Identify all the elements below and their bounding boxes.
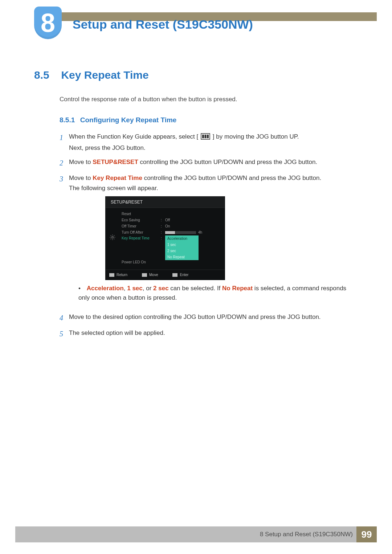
osd-dropdown-option: 2 sec (165, 248, 199, 254)
osd-footer-move: Move (142, 272, 158, 278)
osd-label: Off Timer (122, 223, 161, 229)
bullet-note: • Acceleration, 1 sec, or 2 sec can be s… (78, 284, 359, 302)
osd-row-powerled: Power LED On (122, 259, 222, 265)
step-1: 1 When the Function Key Guide appears, s… (60, 132, 359, 152)
gear-icon (109, 234, 116, 242)
step-number: 5 (60, 328, 69, 339)
bullet-bold-4: No Repeat (222, 285, 253, 292)
chapter-title: Setup and Reset (S19C350NW) (73, 17, 253, 32)
move-glyph-icon (142, 273, 147, 277)
step-3-text-c: The following screen will appear. (69, 184, 359, 193)
section-intro: Control the response rate of a button wh… (60, 96, 359, 103)
footer-page-number: 99 (356, 526, 377, 542)
bullet-sep: , or (143, 285, 153, 292)
return-glyph-icon (109, 273, 114, 277)
osd-label: Power LED On (122, 259, 161, 265)
bullet-bold-1: Acceleration (87, 285, 124, 292)
bullet-dot-icon: • (78, 284, 85, 293)
step-4-text: Move to the desired option controlling t… (69, 312, 359, 323)
section-heading: 8.5 Key Repeat Time (34, 69, 359, 81)
bullet-bold-3: 2 sec (153, 285, 169, 292)
osd-footer-return: Return (109, 272, 127, 278)
osd-label: Turn Off After (122, 230, 161, 235)
osd-row-turnoff: Turn Off After : 4h (122, 229, 222, 235)
step-2-bold: SETUP&RESET (93, 159, 138, 165)
step-3-bold: Key Repeat Time (93, 175, 142, 181)
bracket-close: ] (213, 133, 216, 140)
footer-text: 8 Setup and Reset (S19C350NW) (260, 531, 353, 538)
step-number: 2 (60, 157, 69, 168)
svg-line-11 (111, 239, 111, 239)
osd-value: Off (165, 217, 170, 223)
osd-footer-label: Return (117, 272, 127, 278)
osd-footer-label: Move (149, 272, 158, 278)
svg-rect-2 (205, 135, 207, 138)
bullet-bold-2: 1 sec (127, 285, 143, 292)
menu-grid-icon (201, 133, 210, 143)
bullet-text-b: can be selected. If (169, 285, 222, 292)
step-2: 2 Move to SETUP&RESET controlling the JO… (60, 157, 359, 168)
svg-rect-3 (207, 135, 209, 138)
osd-footer: Return Move Enter (106, 270, 225, 280)
enter-glyph-icon (172, 273, 177, 277)
steps-list: 1 When the Function Key Guide appears, s… (60, 132, 359, 339)
osd-label-active: Key Repeat Time (122, 235, 161, 241)
osd-label: Eco Saving (122, 217, 161, 223)
osd-dropdown: Acceleration 1 sec 2 sec No Repeat (165, 235, 199, 260)
subsection-number: 8.5.1 (60, 116, 75, 124)
page-content: 8.5 Key Repeat Time Control the response… (34, 69, 359, 344)
osd-left-icon-col (106, 211, 119, 265)
step-1-text-b: by moving the JOG button UP. (216, 133, 299, 140)
osd-panel: SETUP&RESET Reset (105, 196, 225, 280)
chapter-number: 8 (41, 10, 55, 36)
step-1-text-c: Next, press the JOG button. (69, 143, 359, 153)
osd-footer-label: Enter (180, 272, 188, 278)
step-3: 3 Move to Key Repeat Time controlling th… (60, 173, 359, 307)
osd-list: Reset Eco Saving : Off Off Timer : (119, 211, 225, 265)
osd-footer-enter: Enter (172, 272, 188, 278)
svg-line-10 (114, 239, 115, 239)
bracket-open: [ (197, 133, 199, 140)
osd-label: Reset (122, 211, 161, 217)
osd-dropdown-option: 1 sec (165, 242, 199, 248)
svg-rect-1 (202, 135, 204, 138)
step-number: 1 (60, 132, 69, 152)
osd-colon: : (161, 217, 165, 223)
step-5: 5 The selected option will be applied. (60, 328, 359, 339)
osd-row-reset: Reset (122, 211, 222, 217)
svg-line-9 (111, 235, 111, 236)
step-3-text-b: controlling the JOG button UP/DOWN and p… (142, 175, 321, 181)
svg-line-12 (114, 235, 115, 236)
osd-screenshot: SETUP&RESET Reset (105, 196, 359, 280)
bullet-sep: , (124, 285, 127, 292)
subsection-heading: 8.5.1 Configuring Key Repeat Time (60, 116, 359, 124)
osd-slider (165, 231, 196, 234)
section-number: 8.5 (34, 69, 60, 81)
section-title: Key Repeat Time (61, 69, 148, 81)
osd-slider-value: 4h (198, 230, 202, 235)
step-number: 4 (60, 312, 69, 323)
osd-body: Reset Eco Saving : Off Off Timer : (106, 208, 225, 270)
svg-point-4 (112, 236, 114, 238)
step-number: 3 (60, 173, 69, 307)
osd-colon: : (161, 223, 165, 229)
osd-dropdown-option-selected: Acceleration (165, 235, 199, 242)
footer-bar: 8 Setup and Reset (S19C350NW) 99 (15, 526, 377, 542)
osd-title: SETUP&RESET (106, 197, 225, 208)
step-2-text-a: Move to (69, 159, 93, 165)
osd-colon: : (161, 235, 165, 241)
osd-value: On (165, 223, 170, 229)
step-4: 4 Move to the desired option controlling… (60, 312, 359, 323)
osd-slider-fill (165, 231, 175, 234)
osd-row-krt: Key Repeat Time : Acceleration 1 sec 2 s… (122, 235, 222, 241)
step-5-text: The selected option will be applied. (69, 328, 359, 339)
osd-colon: : (161, 230, 165, 235)
step-1-text-a: When the Function Key Guide appears, sel… (69, 133, 195, 140)
step-2-text-b: controlling the JOG button UP/DOWN and p… (138, 159, 317, 165)
osd-row-offtimer: Off Timer : On (122, 223, 222, 229)
chapter-badge: 8 (34, 7, 62, 39)
step-3-text-a: Move to (69, 175, 93, 181)
subsection-title: Configuring Key Repeat Time (80, 116, 177, 124)
osd-row-eco: Eco Saving : Off (122, 217, 222, 223)
